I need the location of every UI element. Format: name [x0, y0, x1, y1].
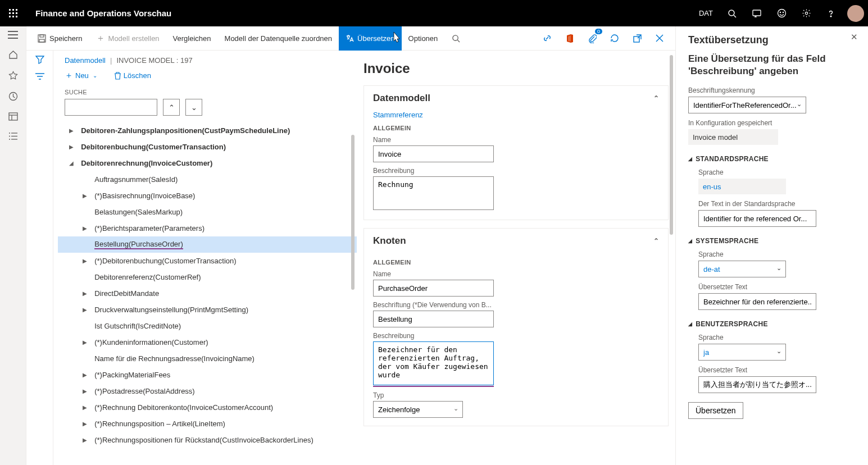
svg-rect-1	[12, 9, 14, 11]
workspaces-icon[interactable]	[8, 112, 18, 121]
tree-node-label: (*)Postadresse(PostalAddress)	[94, 387, 194, 395]
dm-name-input[interactable]	[373, 145, 494, 162]
app-launcher-icon[interactable]	[0, 0, 26, 26]
tree-node[interactable]: ▶ (*)Berichtsparameter(Parameters)	[58, 220, 357, 236]
details-scrollbar[interactable]	[670, 55, 673, 235]
popout-icon[interactable]	[626, 26, 648, 51]
funnel-icon[interactable]	[35, 55, 44, 64]
rp-g3-lang-select[interactable]	[698, 344, 786, 361]
compare-button[interactable]: Vergleichen	[166, 26, 218, 51]
chevron-icon: ▶	[83, 193, 90, 199]
recent-icon[interactable]	[8, 92, 18, 101]
company-picker[interactable]: DAT	[692, 0, 720, 26]
translate-action-button[interactable]: Übersetzen	[688, 402, 743, 419]
rp-g3-text-input[interactable]	[698, 376, 816, 393]
tree-node[interactable]: ▶ Debitoren-Zahlungsplanpositionen(CustP…	[58, 122, 357, 139]
svg-rect-2	[16, 9, 17, 11]
rp-g2-lang-select[interactable]	[698, 261, 786, 277]
close-icon[interactable]: ✕	[851, 32, 858, 42]
map-model-button[interactable]: Modell der Datenquelle zuordnen	[218, 26, 339, 51]
hamburger-icon[interactable]	[8, 31, 18, 39]
link-icon[interactable]	[536, 26, 558, 51]
svg-rect-8	[16, 16, 17, 17]
settings-icon[interactable]	[794, 0, 819, 26]
node-caption-input[interactable]	[373, 311, 494, 327]
list-filter-icon[interactable]	[35, 73, 44, 80]
svg-point-15	[805, 12, 807, 14]
tree-node[interactable]: ▶ (*)Rechnung Debitorenkonto(InvoiceCust…	[58, 399, 357, 416]
top-bar: Finance and Operations Vorschau DAT	[0, 0, 868, 26]
search-icon[interactable]	[720, 0, 744, 26]
rp-labelkey-select[interactable]	[688, 97, 806, 113]
node-type-select[interactable]	[373, 401, 463, 418]
tree-node[interactable]: ◢ Debitorenrechnung(InvoiceCustomer)	[58, 155, 357, 171]
create-model-button[interactable]: ＋Modell erstellen	[89, 26, 166, 51]
tree-node[interactable]: ▶ (*)Kundeninformationen(Customer)	[58, 334, 357, 350]
tree-node[interactable]: ▶ Debitorenbuchung(CustomerTransaction)	[58, 139, 357, 155]
rp-g2-text-input[interactable]	[698, 293, 816, 310]
tree-node[interactable]: ▶ (*)Rechnungsposition – Artikel(LineIte…	[58, 416, 357, 432]
options-button[interactable]: Optionen	[402, 26, 445, 51]
refresh-icon[interactable]	[603, 26, 626, 51]
rp-g2-lang-label: Sprache	[698, 250, 856, 258]
tree-node[interactable]: Ist Gutschrift(IsCreditNote)	[58, 318, 357, 334]
tree-node[interactable]: Belastungen(SalesMarkup)	[58, 204, 357, 220]
new-button[interactable]: ＋Neu⌄	[65, 70, 97, 81]
breadcrumb-root[interactable]: Datenmodell	[65, 56, 106, 65]
tree-node[interactable]: ▶ (*)Basisrechnung(InvoiceBase)	[58, 188, 357, 204]
tree-node-label: (*)Kundeninformationen(Customer)	[94, 338, 208, 347]
rp-g3-header[interactable]: ◢BENUTZERSPRACHE	[688, 320, 856, 328]
svg-rect-31	[40, 35, 44, 37]
node-type-label: Typ	[373, 391, 659, 399]
search-up-button[interactable]: ⌃	[163, 99, 180, 116]
svg-rect-6	[9, 16, 11, 17]
delete-button[interactable]: Löschen	[114, 71, 151, 80]
rp-g1-header[interactable]: ◢STANDARDSPRACHE	[688, 155, 856, 163]
tree-node[interactable]: ▶ DirectDebitMandate	[58, 285, 357, 302]
save-button[interactable]: Speichern	[31, 26, 89, 51]
tree-node-label: (*)Berichtsparameter(Parameters)	[94, 224, 204, 233]
search-command-icon[interactable]	[444, 26, 467, 51]
search-input[interactable]	[65, 99, 157, 116]
home-icon[interactable]	[8, 50, 18, 60]
node-header[interactable]: Knoten ⌃	[364, 229, 668, 253]
details-panel: Invoice Datenmodell ⌃ Stammreferenz ALLG…	[357, 51, 675, 465]
tree-scrollbar[interactable]	[351, 135, 355, 290]
close-page-icon[interactable]	[648, 26, 671, 51]
node-desc-input[interactable]	[373, 341, 494, 385]
root-reference-link[interactable]: Stammreferenz	[373, 111, 659, 119]
tree-node-label: Ist Gutschrift(IsCreditNote)	[94, 322, 181, 330]
datamodel-header[interactable]: Datenmodell ⌃	[364, 86, 668, 111]
tree-node[interactable]: ▶ (*)PackingMaterialFees	[58, 367, 357, 383]
office-icon[interactable]	[558, 26, 581, 51]
tree-node[interactable]: Debitorenreferenz(CustomerRef)	[58, 269, 357, 285]
chevron-down-icon: ⌄	[776, 348, 781, 355]
tree-node-label: Auftragsnummer(SalesId)	[94, 175, 178, 184]
modules-icon[interactable]	[9, 132, 17, 140]
rp-g2-header[interactable]: ◢SYSTEMSPRACHE	[688, 237, 856, 245]
node-caption-label: Beschriftung (*Die Verwendung von B...	[373, 301, 659, 309]
search-down-button[interactable]: ⌄	[185, 99, 202, 116]
rp-g2-text-label: Übersetzter Text	[698, 283, 856, 291]
tree-node[interactable]: Bestellung(PurchaseOrder)	[58, 236, 357, 253]
tree-node[interactable]: ▶ (*)Postadresse(PostalAddress)	[58, 383, 357, 399]
node-section-label: ALLGEMEIN	[373, 259, 659, 266]
chevron-icon: ▶	[83, 307, 90, 313]
attachments-icon[interactable]: 0	[581, 26, 603, 51]
favorites-icon[interactable]	[8, 71, 18, 80]
user-avatar[interactable]	[843, 0, 868, 26]
node-name-input[interactable]	[373, 280, 494, 297]
messages-icon[interactable]	[744, 0, 769, 26]
rp-g1-text-input[interactable]	[698, 210, 816, 227]
tree-node[interactable]: ▶ (*)Rechnungspositionen für Rückstand(C…	[58, 432, 357, 448]
tree-node[interactable]: Auftragsnummer(SalesId)	[58, 171, 357, 188]
tree-node-label: Debitoren-Zahlungsplanpositionen(CustPay…	[81, 126, 290, 135]
chevron-icon: ▶	[83, 404, 90, 411]
tree-node[interactable]: ▶ (*)Debitorenbuchung(CustomerTransactio…	[58, 253, 357, 269]
smiley-icon[interactable]	[769, 0, 794, 26]
dm-desc-input[interactable]	[373, 176, 494, 210]
tree-node[interactable]: ▶ Druckverwaltungseinstellung(PrintMgmtS…	[58, 302, 357, 318]
tree-node[interactable]: Name für die Rechnungsadresse(InvoicingN…	[58, 350, 357, 367]
translate-button[interactable]: Übersetzen	[339, 26, 401, 51]
help-icon[interactable]	[819, 0, 843, 26]
